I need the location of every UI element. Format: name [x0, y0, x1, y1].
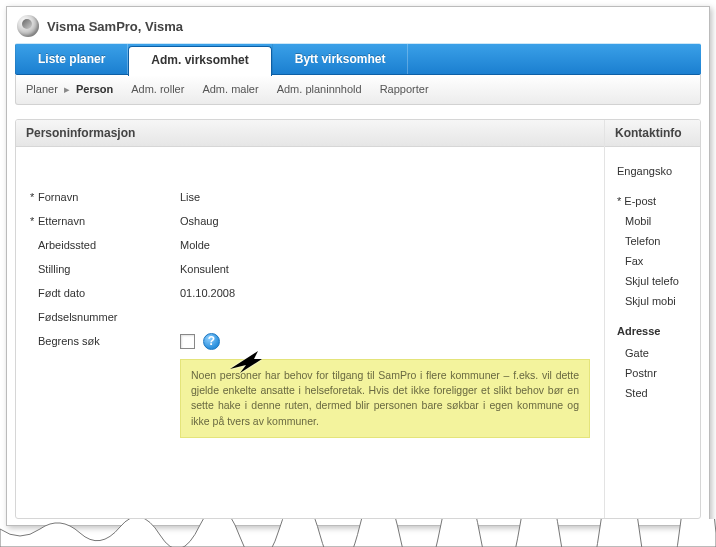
field-fax: Fax: [617, 251, 698, 271]
subnav-adm-planinnhold[interactable]: Adm. planinnhold: [277, 83, 362, 96]
field-arbeidssted: Arbeidssted Molde: [30, 233, 594, 257]
help-icon[interactable]: ?: [203, 333, 220, 350]
section-header-kontakt: Kontaktinfo: [605, 120, 700, 147]
breadcrumb: Planer ▸ Person: [26, 83, 113, 96]
subnav-rapporter[interactable]: Rapporter: [380, 83, 429, 96]
person-column: Personinformasjon *Fornavn Lise *Etterna…: [16, 120, 605, 518]
field-fodt-dato: Født dato 01.10.2008: [30, 281, 594, 305]
field-gate: Gate: [617, 343, 698, 363]
breadcrumb-root[interactable]: Planer: [26, 83, 58, 95]
tab-liste-planer[interactable]: Liste planer: [15, 44, 128, 74]
field-fodselsnummer: Fødselsnummer: [30, 305, 594, 329]
person-form: *Fornavn Lise *Etternavn Oshaug Arbeidss…: [16, 147, 604, 448]
subnav: Planer ▸ Person Adm. roller Adm. maler A…: [15, 75, 701, 105]
subnav-adm-roller[interactable]: Adm. roller: [131, 83, 184, 96]
label-begrens: Begrens søk: [38, 335, 100, 347]
value-fodt[interactable]: 01.10.2008: [180, 287, 235, 299]
field-etternavn: *Etternavn Oshaug: [30, 209, 594, 233]
label-stilling: Stilling: [38, 263, 70, 275]
content-panel: Personinformasjon *Fornavn Lise *Etterna…: [15, 119, 701, 519]
main-tabs: Liste planer Adm. virksomhet Bytt virkso…: [15, 43, 701, 75]
field-stilling: Stilling Konsulent: [30, 257, 594, 281]
value-fornavn[interactable]: Lise: [180, 191, 200, 203]
link-engangskode[interactable]: Engangsko: [617, 161, 698, 191]
tab-adm-virksomhet[interactable]: Adm. virksomhet: [128, 46, 271, 76]
field-mobil: Mobil: [617, 211, 698, 231]
breadcrumb-current: Person: [76, 83, 113, 95]
checkbox-begrens-sok[interactable]: [180, 334, 195, 349]
value-stilling[interactable]: Konsulent: [180, 263, 229, 275]
field-epost: * E-post: [617, 191, 698, 211]
label-fornavn: Fornavn: [38, 191, 78, 203]
field-sted: Sted: [617, 383, 698, 403]
field-skjul-telefon: Skjul telefo: [617, 271, 698, 291]
subheader-adresse: Adresse: [617, 311, 698, 343]
subnav-adm-maler[interactable]: Adm. maler: [202, 83, 258, 96]
tab-bytt-virksomhet[interactable]: Bytt virksomhet: [272, 44, 409, 74]
contact-list: Engangsko * E-post Mobil Telefon Fax Skj…: [605, 147, 700, 411]
contact-column: Kontaktinfo Engangsko * E-post Mobil Tel…: [605, 120, 700, 518]
value-etternavn[interactable]: Oshaug: [180, 215, 219, 227]
field-skjul-mobil: Skjul mobi: [617, 291, 698, 311]
titlebar: Visma SamPro, Visma: [7, 7, 709, 43]
field-postnr: Postnr: [617, 363, 698, 383]
chevron-right-icon: ▸: [64, 83, 70, 95]
field-telefon: Telefon: [617, 231, 698, 251]
label-fodt: Født dato: [38, 287, 85, 299]
app-logo-icon: [17, 15, 39, 37]
field-begrens-sok: Begrens søk ?: [30, 329, 594, 353]
label-etternavn: Etternavn: [38, 215, 85, 227]
label-fnr: Fødselsnummer: [38, 311, 117, 323]
app-title: Visma SamPro, Visma: [47, 19, 183, 34]
label-arbeidssted: Arbeidssted: [38, 239, 96, 251]
help-tooltip: Noen personer har behov for tilgang til …: [180, 359, 590, 438]
section-header-person: Personinformasjon: [16, 120, 604, 147]
value-arbeidssted[interactable]: Molde: [180, 239, 210, 251]
app-window: Visma SamPro, Visma Liste planer Adm. vi…: [6, 6, 710, 526]
field-fornavn: *Fornavn Lise: [30, 185, 594, 209]
